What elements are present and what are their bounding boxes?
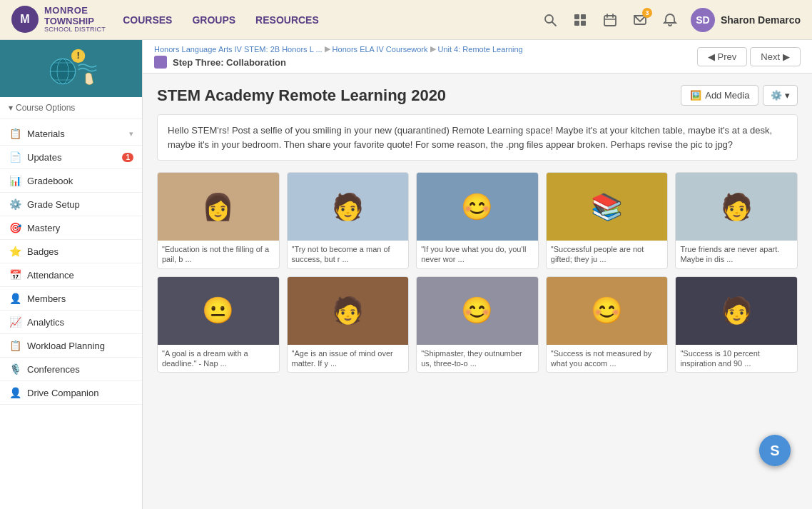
sidebar-item-workload-planning[interactable]: 📋 Workload Planning [0, 334, 142, 358]
settings-button[interactable]: ⚙️ ▾ [763, 85, 798, 106]
photo-thumb-3: 😊 [417, 173, 538, 241]
breadcrumb-link-3[interactable]: Unit 4: Remote Learning [438, 45, 523, 54]
svg-line-3 [552, 22, 556, 26]
svg-rect-8 [604, 16, 616, 26]
step-info: Step Three: Collaboration [154, 56, 523, 69]
gradebook-icon: 📊 [9, 174, 21, 187]
breadcrumb-bar: Honors Language Arts IV STEM: 2B Honors … [143, 40, 812, 74]
sidebar-item-conferences[interactable]: 🎙️ Conferences [0, 358, 142, 381]
prev-chevron-icon: ◀ [708, 51, 715, 62]
sidebar-item-mastery[interactable]: 🎯 Mastery [0, 216, 142, 240]
members-icon: 👤 [9, 292, 21, 305]
sidebar: ! ▾ Course Options 📋 Materials ▾ [0, 40, 143, 509]
photo-caption-9: "Success is not measured by what you acc… [547, 345, 668, 373]
photo-card-2[interactable]: 🧑"Try not to become a man of success, bu… [287, 172, 410, 269]
add-media-button[interactable]: 🖼️ Add Media [681, 85, 758, 106]
workload-icon: 📋 [9, 339, 21, 352]
logo-text: MONROE TOWNSHIP SCHOOL DISTRICT [44, 6, 106, 33]
photo-caption-10: "Success is 10 percent inspiration and 9… [676, 345, 797, 373]
svg-text:M: M [20, 13, 29, 26]
photo-card-7[interactable]: 🧑"Age is an issue of mind over matter. I… [287, 276, 410, 373]
photo-card-3[interactable]: 😊"If you love what you do, you'll never … [416, 172, 539, 269]
nav-resources[interactable]: RESOURCES [255, 14, 319, 26]
svg-rect-6 [574, 21, 579, 26]
next-button[interactable]: Next ▶ [750, 47, 801, 66]
page-content: STEM Academy Remote Learning 2020 🖼️ Add… [143, 74, 812, 509]
fab-button[interactable]: S [759, 435, 791, 466]
grid-icon[interactable] [571, 11, 589, 29]
breadcrumb-link-2[interactable]: Honors ELA IV Coursework [333, 45, 428, 54]
photo-caption-4: "Successful people are not gifted; they … [547, 241, 668, 268]
analytics-icon: 📈 [9, 316, 21, 328]
sidebar-item-updates[interactable]: 📄 Updates 1 [0, 146, 142, 169]
calendar-icon[interactable] [601, 11, 619, 29]
photo-grid: 👩"Education is not the filling of a pail… [157, 172, 798, 373]
svg-rect-5 [581, 14, 586, 19]
photo-card-9[interactable]: 😊"Success is not measured by what you ac… [546, 276, 669, 373]
top-navigation: M MONROE TOWNSHIP SCHOOL DISTRICT COURSE… [0, 0, 812, 40]
mastery-icon: 🎯 [9, 221, 21, 234]
description-text: Hello STEM'rs! Post a selfie of you smil… [157, 114, 798, 161]
updates-badge: 1 [122, 153, 133, 162]
main-area: ! ▾ Course Options 📋 Materials ▾ [0, 40, 812, 509]
sidebar-nav: 📋 Materials ▾ 📄 Updates 1 📊 Gradebook ⚙️… [0, 119, 142, 408]
photo-card-4[interactable]: 📚"Successful people are not gifted; they… [546, 172, 669, 269]
user-name: Sharon Demarco [721, 14, 801, 26]
user-menu[interactable]: SD Sharon Demarco [691, 8, 801, 32]
updates-icon: 📄 [9, 151, 21, 163]
sidebar-item-attendance[interactable]: 📅 Attendance [0, 263, 142, 287]
nav-courses[interactable]: COURSES [123, 14, 172, 26]
drive-companion-icon: 👤 [9, 386, 21, 399]
gear-icon: ⚙️ [771, 90, 782, 101]
page-title: STEM Academy Remote Learning 2020 [157, 86, 446, 105]
sidebar-item-grade-setup[interactable]: ⚙️ Grade Setup [0, 193, 142, 216]
sidebar-item-materials[interactable]: 📋 Materials ▾ [0, 122, 142, 146]
photo-card-5[interactable]: 🧑True friends are never apart. Maybe in … [675, 172, 798, 269]
sidebar-item-badges[interactable]: ⭐ Badges [0, 240, 142, 263]
messages-icon[interactable]: 3 [631, 11, 649, 29]
nav-links: COURSES GROUPS RESOURCES [123, 14, 541, 26]
sidebar-item-drive-companion[interactable]: 👤 Drive Companion [0, 381, 142, 405]
content-header: STEM Academy Remote Learning 2020 🖼️ Add… [157, 85, 798, 106]
nav-groups[interactable]: GROUPS [192, 14, 235, 26]
course-options-chevron: ▾ [9, 103, 13, 113]
content-area: Honors Language Arts IV STEM: 2B Honors … [143, 40, 812, 509]
photo-thumb-10: 🧑 [676, 277, 797, 345]
photo-thumb-1: 👩 [158, 173, 279, 241]
step-label: Step Three: Collaboration [173, 57, 286, 68]
next-chevron-icon: ▶ [783, 51, 790, 62]
materials-expand-icon: ▾ [129, 129, 133, 138]
attendance-icon: 📅 [9, 268, 21, 281]
sidebar-item-analytics[interactable]: 📈 Analytics [0, 311, 142, 334]
nav-buttons: ◀ Prev Next ▶ [697, 47, 801, 66]
photo-card-10[interactable]: 🧑"Success is 10 percent inspiration and … [675, 276, 798, 373]
photo-thumb-6: 😐 [158, 277, 279, 345]
photo-thumb-5: 🧑 [676, 173, 797, 241]
logo[interactable]: M MONROE TOWNSHIP SCHOOL DISTRICT [11, 6, 106, 33]
photo-thumb-9: 😊 [547, 277, 668, 345]
photo-thumb-8: 😊 [417, 277, 538, 345]
sidebar-item-gradebook[interactable]: 📊 Gradebook [0, 169, 142, 193]
photo-caption-8: "Shipmaster, they outnumber us, three-to… [417, 345, 538, 373]
step-color-box [154, 56, 167, 69]
breadcrumb-link-1[interactable]: Honors Language Arts IV STEM: 2B Honors … [154, 45, 323, 54]
photo-caption-3: "If you love what you do, you'll never w… [417, 241, 538, 268]
notifications-icon[interactable] [661, 11, 679, 29]
photo-thumb-7: 🧑 [288, 277, 409, 345]
search-icon[interactable] [541, 11, 559, 29]
prev-button[interactable]: ◀ Prev [697, 47, 748, 66]
svg-rect-7 [581, 21, 586, 26]
sidebar-item-members[interactable]: 👤 Members [0, 287, 142, 311]
photo-card-1[interactable]: 👩"Education is not the filling of a pail… [157, 172, 280, 269]
photo-caption-5: True friends are never apart. Maybe in d… [676, 241, 797, 268]
photo-caption-1: "Education is not the filling of a pail,… [158, 241, 279, 268]
photo-card-6[interactable]: 😐"A goal is a dream with a deadline." - … [157, 276, 280, 373]
svg-rect-4 [574, 14, 579, 19]
nav-icons: 3 SD Sharon Demarco [541, 8, 801, 32]
course-options[interactable]: ▾ Course Options [0, 97, 142, 119]
photo-caption-6: "A goal is a dream with a deadline." - N… [158, 345, 279, 373]
add-media-icon: 🖼️ [690, 90, 701, 101]
content-actions: 🖼️ Add Media ⚙️ ▾ [681, 85, 798, 106]
photo-card-8[interactable]: 😊"Shipmaster, they outnumber us, three-t… [416, 276, 539, 373]
svg-point-2 [545, 15, 553, 23]
